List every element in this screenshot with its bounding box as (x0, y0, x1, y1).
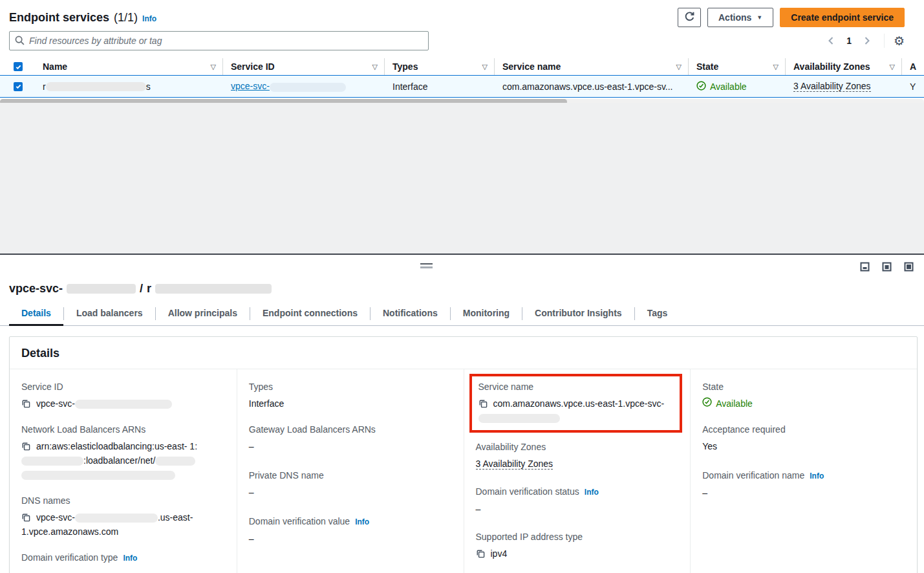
state-label: State (702, 380, 724, 393)
column-header-service-id[interactable]: Service ID (231, 61, 275, 72)
horizontal-scrollbar[interactable] (0, 99, 924, 103)
dns-value-line2: 1.vpce.amazonaws.com (21, 526, 118, 537)
page-info-link[interactable]: Info (142, 14, 156, 23)
domain-verification-name-value: – (702, 486, 904, 500)
sort-icon[interactable]: ▽ (885, 63, 895, 71)
details-card: Details Service ID vpce-svc- Network Loa… (9, 336, 918, 573)
sort-icon[interactable]: ▽ (768, 63, 779, 71)
search-icon (14, 35, 25, 48)
empty-area (0, 103, 924, 254)
current-page-number[interactable]: 1 (841, 36, 857, 46)
panel-size-full-button[interactable] (904, 262, 914, 272)
redacted-lb-name (155, 457, 195, 466)
domain-verification-value-info-link[interactable]: Info (355, 515, 369, 528)
tab-details[interactable]: Details (9, 304, 63, 326)
supported-ip-label: Supported IP address type (476, 530, 583, 543)
preferences-gear-icon[interactable]: ⚙ (894, 35, 905, 47)
column-header-service-name[interactable]: Service name (502, 61, 561, 72)
domain-verification-type-info-link[interactable]: Info (123, 552, 137, 565)
service-id-link[interactable]: vpce-svc- (231, 81, 346, 91)
column-header-name[interactable]: Name (43, 61, 67, 72)
panel-title: vpce-svc- / r (9, 282, 915, 296)
redacted-service-id (270, 83, 346, 92)
service-id-prefix: vpce-svc- (231, 81, 270, 91)
create-endpoint-service-button[interactable]: Create endpoint service (780, 8, 905, 27)
redacted-service-id (67, 284, 136, 294)
copy-icon[interactable] (21, 399, 30, 408)
panel-title-separator: / (140, 282, 143, 296)
copy-icon[interactable] (21, 513, 30, 522)
table-header-row: Name▽ Service ID▽ Types▽ Service name▽ S… (0, 58, 924, 75)
tab-contributor-insights[interactable]: Contributor Insights (522, 304, 634, 326)
cell-truncated: Y (902, 76, 924, 97)
copy-icon[interactable] (21, 442, 30, 451)
domain-verification-status-info-link[interactable]: Info (585, 486, 599, 499)
tab-endpoint-connections[interactable]: Endpoint connections (250, 304, 370, 326)
panel-size-small-button[interactable] (860, 262, 870, 272)
tab-allow-principals[interactable]: Allow principals (156, 304, 250, 326)
tab-monitoring[interactable]: Monitoring (451, 304, 522, 326)
actions-button-label: Actions (718, 12, 751, 23)
cell-types: Interface (385, 76, 495, 97)
tab-notifications[interactable]: Notifications (371, 304, 450, 326)
panel-title-prefix: vpce-svc- (9, 282, 63, 296)
service-name-label: Service name (478, 380, 534, 393)
dns-value-mid: .us-east- (158, 512, 193, 523)
caret-down-icon: ▼ (757, 14, 762, 21)
tab-tags[interactable]: Tags (635, 304, 680, 326)
details-column-4: State Available Acceptance required Yes (690, 369, 917, 573)
sort-icon[interactable]: ▽ (477, 63, 488, 71)
actions-button[interactable]: Actions ▼ (707, 8, 773, 27)
types-value: Interface (249, 396, 451, 411)
dns-names-label: DNS names (21, 494, 70, 507)
panel-size-medium-button[interactable] (882, 262, 892, 272)
column-header-types[interactable]: Types (392, 61, 418, 72)
refresh-button[interactable] (678, 8, 701, 27)
glb-arns-value: – (249, 439, 451, 453)
horizontal-scrollbar-thumb[interactable] (0, 99, 567, 103)
domain-verification-type-label: Domain verification type (21, 551, 118, 564)
sort-icon[interactable]: ▽ (671, 63, 682, 71)
table-row[interactable]: rs vpce-svc- Interface com.amazonaws.vpc… (0, 75, 924, 98)
state-value: Available (702, 396, 753, 411)
details-card-heading: Details (10, 337, 917, 369)
redacted-name (155, 284, 272, 294)
redacted-arn-line (21, 471, 175, 480)
search-input[interactable] (9, 31, 429, 50)
copy-icon[interactable] (476, 549, 485, 558)
panel-resize-handle[interactable] (420, 263, 433, 268)
create-endpoint-service-label: Create endpoint service (791, 12, 894, 23)
service-name-value-prefix: com.amazonaws.vpce.us-east-1.vpce-svc- (493, 398, 665, 409)
availability-zones-popover-link[interactable]: 3 Availability Zones (476, 459, 553, 470)
sort-icon[interactable]: ▽ (206, 63, 216, 71)
check-circle-icon (702, 396, 712, 411)
previous-page-button[interactable] (823, 34, 839, 48)
copy-icon[interactable] (478, 399, 488, 408)
details-column-3: Service name com.amazonaws.vpce.us-east-… (464, 369, 691, 573)
availability-zones-popover-link[interactable]: 3 Availability Zones (793, 81, 871, 92)
next-page-button[interactable] (859, 34, 875, 48)
column-header-availability-zones[interactable]: Availability Zones (793, 61, 870, 72)
row-checkbox[interactable] (14, 82, 23, 91)
cell-state: Available (696, 81, 747, 92)
column-header-truncated[interactable]: A (910, 61, 916, 72)
details-column-1: Service ID vpce-svc- Network Load Balanc… (10, 369, 237, 573)
nlb-arn-line1: arn:aws:elasticloadbalancing:us-east- (36, 441, 187, 451)
cell-service-name: com.amazonaws.vpce.us-east-1.vpce-sv... (495, 76, 689, 97)
select-all-checkbox[interactable] (14, 62, 23, 71)
endpoint-services-list-section: Endpoint services (1/1) Info Actions ▼ C… (0, 0, 924, 103)
panel-title-name-start: r (147, 282, 151, 296)
detail-split-panel: vpce-svc- / r Details Load balancers All… (0, 254, 924, 573)
acceptance-required-value: Yes (702, 439, 904, 453)
column-header-state[interactable]: State (696, 61, 718, 72)
redacted-service-id (75, 400, 172, 409)
tab-load-balancers[interactable]: Load balancers (64, 304, 155, 326)
domain-verification-name-info-link[interactable]: Info (810, 470, 824, 482)
domain-verification-status-value: – (476, 502, 678, 516)
nlb-arn-line2a: 1: (189, 441, 197, 451)
glb-arns-label: Gateway Load Balancers ARNs (249, 423, 376, 436)
private-dns-name-value: – (249, 485, 451, 499)
sort-icon[interactable]: ▽ (367, 63, 378, 71)
types-label: Types (249, 380, 273, 393)
page-count: (1/1) (114, 11, 138, 25)
